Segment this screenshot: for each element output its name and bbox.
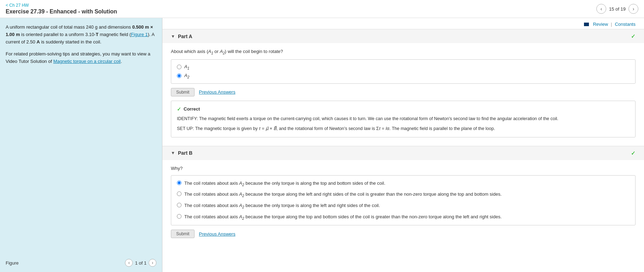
top-left: < Ch 27 HW Exercise 27.39 - Enhanced - w… xyxy=(6,3,117,15)
part-b-section: ▼ Part B ✓ Why? The coil rotates about a… xyxy=(162,146,644,248)
fig-prev-button[interactable]: ‹ xyxy=(125,259,133,267)
correct-identify: IDENTIFY: The magnetic field exerts a to… xyxy=(177,115,630,122)
part-b-option-2: The coil rotates about axis A2 because t… xyxy=(177,191,630,199)
prev-nav-button[interactable]: ‹ xyxy=(596,4,606,14)
part-b-body: Why? The coil rotates about axis A2 beca… xyxy=(162,160,644,248)
part-a-checkmark: ✓ xyxy=(631,33,636,40)
figure-page: 1 of 1 xyxy=(135,260,147,266)
part-a-prev-answers-link[interactable]: Previous Answers xyxy=(199,89,235,95)
back-link[interactable]: < Ch 27 HW xyxy=(6,3,117,8)
part-b-title: Part B xyxy=(178,150,192,156)
part-b-label-1[interactable]: The coil rotates about axis A2 because t… xyxy=(184,180,385,188)
right-panel: Review | Constants ▼ Part A ✓ About whic… xyxy=(162,18,644,272)
page-indicator: 15 of 19 xyxy=(609,6,626,12)
part-b-header[interactable]: ▼ Part B ✓ xyxy=(162,146,644,160)
part-a-title: Part A xyxy=(178,34,192,39)
fig-next-button[interactable]: › xyxy=(149,259,156,267)
part-b-radio-4[interactable] xyxy=(177,214,181,219)
part-b-submit-row: Submit Previous Answers xyxy=(171,230,636,238)
part-b-option-3: The coil rotates about axis A2 because t… xyxy=(177,202,630,210)
part-a-arrow: ▼ xyxy=(171,34,175,39)
part-a-submit-button[interactable]: Submit xyxy=(171,88,195,96)
part-a-option-a2: A2 xyxy=(177,73,630,79)
left-panel: A uniform rectangular coil of total mass… xyxy=(0,18,162,272)
nav-controls: ‹ 15 of 19 › xyxy=(596,4,638,14)
part-a-header[interactable]: ▼ Part A ✓ xyxy=(162,29,644,43)
part-a-correct-header: ✓ Correct xyxy=(177,106,630,112)
part-b-options: The coil rotates about axis A2 because t… xyxy=(171,175,636,225)
part-a-options: A1 A2 xyxy=(171,59,636,84)
left-panel-description: A uniform rectangular coil of total mass… xyxy=(6,24,156,46)
left-panel-tip: For related problem-solving tips and str… xyxy=(6,51,156,65)
part-b-radio-3[interactable] xyxy=(177,203,181,207)
part-b-option-4: The coil rotates about axis A2 because t… xyxy=(177,213,630,221)
figure-label: Figure xyxy=(6,260,19,266)
part-a-section: ▼ Part A ✓ About which axis (A1 or A2) w… xyxy=(162,29,644,143)
part-a-question: About which axis (A1 or A2) will the coi… xyxy=(171,49,636,55)
part-b-label-2[interactable]: The coil rotates about axis A2 because t… xyxy=(184,191,502,199)
top-links: Review | Constants xyxy=(162,18,644,29)
part-b-arrow: ▼ xyxy=(171,150,175,155)
part-a-label-a2[interactable]: A2 xyxy=(184,73,189,79)
review-link[interactable]: Review xyxy=(593,22,608,27)
part-b-radio-2[interactable] xyxy=(177,191,181,196)
divider: | xyxy=(611,22,612,27)
part-a-body: About which axis (A1 or A2) will the coi… xyxy=(162,43,644,143)
correct-check-icon: ✓ xyxy=(177,106,181,112)
part-b-question: Why? xyxy=(171,166,636,171)
left-panel-bottom: Figure ‹ 1 of 1 › xyxy=(6,259,156,267)
part-b-prev-answers-link[interactable]: Previous Answers xyxy=(199,231,235,237)
part-a-option-a1: A1 xyxy=(177,64,630,70)
part-a-submit-row: Submit Previous Answers xyxy=(171,88,636,96)
part-a-radio-a1[interactable] xyxy=(177,65,181,69)
part-a-label-a1[interactable]: A1 xyxy=(184,64,189,70)
constants-link[interactable]: Constants xyxy=(615,22,636,27)
part-b-option-1: The coil rotates about axis A2 because t… xyxy=(177,180,630,188)
main-layout: A uniform rectangular coil of total mass… xyxy=(0,18,644,272)
figure1-link[interactable]: Figure 1 xyxy=(131,32,148,37)
part-b-checkmark: ✓ xyxy=(631,150,636,156)
video-tutor-link[interactable]: Magnetic torque on a circular coil xyxy=(53,59,121,64)
next-nav-button[interactable]: › xyxy=(628,4,638,14)
part-a-correct-text: IDENTIFY: The magnetic field exerts a to… xyxy=(177,115,630,132)
correct-setup: SET UP: The magnetic torque is given by … xyxy=(177,125,630,132)
figure-nav: ‹ 1 of 1 › xyxy=(125,259,156,267)
exercise-title: Exercise 27.39 - Enhanced - with Solutio… xyxy=(6,8,117,15)
top-bar: < Ch 27 HW Exercise 27.39 - Enhanced - w… xyxy=(0,0,644,18)
part-a-correct-box: ✓ Correct IDENTIFY: The magnetic field e… xyxy=(171,101,636,137)
part-b-submit-button[interactable]: Submit xyxy=(171,230,195,238)
part-b-label-4[interactable]: The coil rotates about axis A2 because t… xyxy=(184,213,502,221)
review-icon xyxy=(584,23,589,26)
correct-label: Correct xyxy=(184,106,200,112)
part-b-label-3[interactable]: The coil rotates about axis A2 because t… xyxy=(184,202,380,210)
part-a-radio-a2[interactable] xyxy=(177,73,181,78)
part-b-radio-1[interactable] xyxy=(177,181,181,185)
